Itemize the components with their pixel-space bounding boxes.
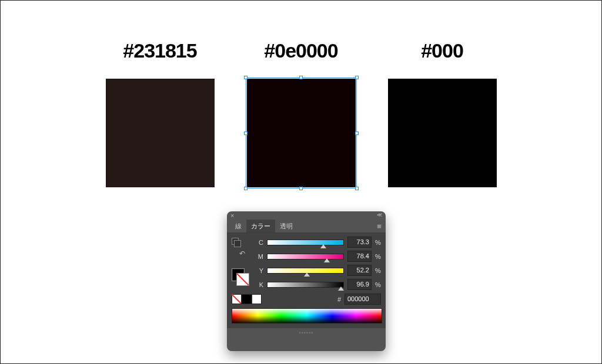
swatch-label: #000 <box>421 39 463 62</box>
slider-row-c: C73.3% <box>256 237 381 248</box>
tab-color[interactable]: カラー <box>246 220 275 232</box>
collapse-icon[interactable]: ≪ <box>377 212 382 218</box>
color-panel[interactable]: × ≪ 線 カラー 透明 ≡ ↶ <box>227 211 386 351</box>
panel-titlebar[interactable]: × ≪ <box>227 211 386 220</box>
slider-thumb[interactable] <box>304 272 310 277</box>
white-swatch[interactable] <box>252 294 262 304</box>
panel-tabs: 線 カラー 透明 ≡ <box>227 220 386 233</box>
panel-body: ↶ C73.3%M78.4%Y52.2%K96.9% # <box>227 233 386 328</box>
percent-label: % <box>375 267 381 274</box>
swatch-label: #0e0000 <box>264 39 337 62</box>
slider-thumb[interactable] <box>338 287 344 291</box>
slider-thumb[interactable] <box>324 258 330 262</box>
slider-value[interactable]: 78.4 <box>347 251 372 262</box>
slider-label: C <box>256 239 263 246</box>
percent-label: % <box>375 281 381 288</box>
slider-row-m: M78.4% <box>256 251 381 262</box>
slider-value[interactable]: 73.3 <box>347 237 372 248</box>
hex-input[interactable]: 000000 <box>345 294 381 305</box>
tab-transparency[interactable]: 透明 <box>275 220 297 232</box>
stroke-color-icon[interactable] <box>236 273 249 286</box>
tab-stroke[interactable]: 線 <box>230 220 246 232</box>
swatch-label: #231815 <box>123 39 196 62</box>
percent-label: % <box>375 253 381 260</box>
canvas-frame: #231815#0e0000#000 × ≪ 線 カラー 透明 ≡ ↶ <box>0 0 602 364</box>
last-color-icon[interactable]: ↶ <box>232 250 253 258</box>
black-swatch[interactable] <box>242 294 252 304</box>
slider-label: K <box>256 281 263 288</box>
selection-handle[interactable] <box>299 187 303 190</box>
percent-label: % <box>375 239 381 246</box>
swatch-col: #0e0000 <box>245 39 357 187</box>
swatch-col: #231815 <box>104 39 216 187</box>
slider-value[interactable]: 96.9 <box>347 279 372 290</box>
slider-label: M <box>256 253 263 260</box>
selection-handle[interactable] <box>299 76 303 79</box>
color-spectrum[interactable] <box>232 308 382 323</box>
selection-handle[interactable] <box>244 187 248 190</box>
slider-row-y: Y52.2% <box>256 265 381 276</box>
selection-handle[interactable] <box>355 187 359 190</box>
close-icon[interactable]: × <box>230 212 234 219</box>
slider-thumb[interactable] <box>320 244 326 248</box>
selection-outline <box>246 77 357 188</box>
selection-handle[interactable] <box>244 132 248 135</box>
none-swatch[interactable] <box>232 294 242 304</box>
slider-track[interactable] <box>267 240 344 245</box>
swatch-row: #231815#0e0000#000 <box>1 39 601 187</box>
swatch-col: #000 <box>386 39 498 187</box>
slider-label: Y <box>256 267 263 274</box>
color-swatch[interactable] <box>388 79 497 187</box>
hex-row: # 000000 <box>232 294 381 305</box>
swap-icons: ↶ <box>232 238 253 286</box>
slider-track[interactable] <box>267 254 344 259</box>
slider-track[interactable] <box>267 282 344 288</box>
swap-fill-stroke-icon[interactable] <box>232 238 241 247</box>
resize-grip-icon[interactable]: •••••• <box>227 328 386 337</box>
slider-value[interactable]: 52.2 <box>347 265 372 276</box>
color-swatch[interactable] <box>106 79 215 187</box>
panel-menu-icon[interactable]: ≡ <box>373 220 386 232</box>
selection-handle[interactable] <box>355 132 359 135</box>
selection-handle[interactable] <box>355 76 359 79</box>
color-swatch[interactable] <box>247 79 356 187</box>
hex-hash-label: # <box>337 296 341 303</box>
fill-stroke-indicator[interactable] <box>232 268 249 286</box>
slider-track[interactable] <box>267 268 344 274</box>
cmyk-sliders: C73.3%M78.4%Y52.2%K96.9% <box>256 237 381 290</box>
slider-row-k: K96.9% <box>256 279 381 290</box>
selection-handle[interactable] <box>244 76 248 79</box>
